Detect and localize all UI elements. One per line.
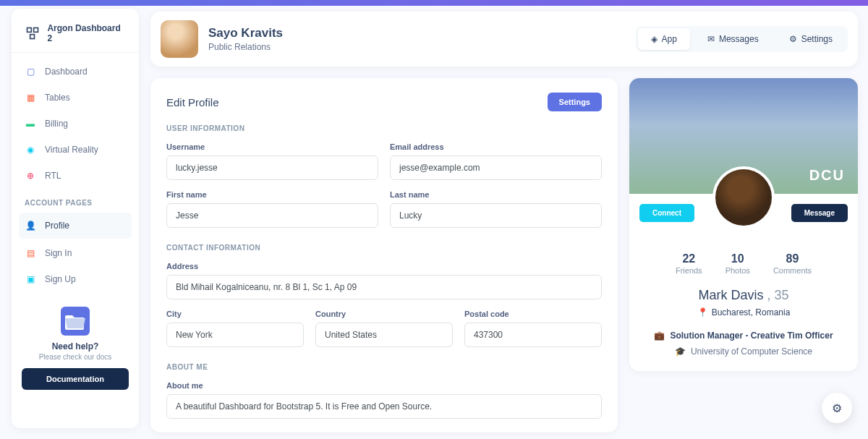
city-input[interactable] — [166, 323, 304, 347]
header-tabs: ◈ App ✉ Messages ⚙ Settings — [636, 26, 848, 52]
header-avatar — [161, 20, 198, 58]
form-settings-button[interactable]: Settings — [548, 93, 602, 111]
header-user-role: Public Relations — [208, 42, 636, 52]
box-icon: ◉ — [25, 144, 36, 155]
nav-label: Sign Up — [45, 274, 76, 284]
gear-icon: ⚙ — [832, 401, 842, 415]
section-about-me: ABOUT ME — [166, 363, 602, 371]
stat-num: 22 — [676, 252, 702, 265]
stat-label: Photos — [726, 266, 750, 275]
edit-profile-form: Edit Profile Settings USER INFORMATION U… — [150, 78, 618, 432]
sidebar-item-signin[interactable]: ▤ Sign In — [12, 240, 139, 266]
credit-card-icon: ▬ — [25, 118, 36, 129]
email-input[interactable] — [390, 155, 602, 180]
header-info: Sayo Kravits Public Relations — [208, 26, 636, 52]
tab-label: Messages — [719, 34, 759, 44]
username-label: Username — [166, 142, 378, 151]
nav-label: Billing — [45, 119, 68, 129]
tab-label: App — [662, 34, 677, 44]
header-user-name: Sayo Kravits — [208, 26, 636, 41]
firstname-input[interactable] — [166, 203, 378, 228]
user-icon: 👤 — [25, 220, 36, 231]
folder-icon — [61, 307, 90, 336]
sidebar-item-signup[interactable]: ▣ Sign Up — [12, 266, 139, 292]
about-input[interactable] — [166, 394, 602, 419]
svg-rect-0 — [27, 28, 31, 33]
brand-name: Argon Dashboard 2 — [47, 23, 126, 43]
lastname-label: Last name — [390, 190, 602, 199]
brand-icon — [25, 25, 40, 41]
gear-icon: ⚙ — [789, 34, 797, 44]
postal-label: Postal code — [464, 310, 602, 318]
profile-age: , 35 — [767, 288, 789, 302]
settings-fab[interactable]: ⚙ — [822, 393, 852, 423]
help-box: Need help? Please check our docs Documen… — [22, 307, 129, 390]
profile-avatar — [712, 166, 775, 229]
profile-stats: 22 Friends 10 Photos 89 Comments — [629, 252, 858, 275]
nav-label: RTL — [45, 171, 61, 181]
calendar-icon: ▦ — [25, 92, 36, 103]
sidebar-item-vr[interactable]: ◉ Virtual Reality — [12, 137, 139, 163]
city-label: City — [166, 310, 304, 318]
document-icon: ▤ — [25, 247, 36, 259]
stat-friends: 22 Friends — [676, 252, 702, 275]
country-input[interactable] — [315, 323, 453, 347]
sidebar-item-tables[interactable]: ▦ Tables — [12, 85, 139, 111]
help-title: Need help? — [22, 341, 129, 351]
lastname-input[interactable] — [390, 203, 602, 228]
documentation-button[interactable]: Documentation — [22, 368, 129, 390]
cube-icon: ◈ — [651, 34, 658, 44]
brand[interactable]: Argon Dashboard 2 — [12, 19, 139, 53]
tv-icon: ▢ — [25, 66, 36, 77]
tab-settings[interactable]: ⚙ Settings — [776, 28, 846, 50]
stat-label: Friends — [676, 266, 702, 275]
sidebar-item-rtl[interactable]: ⊕ RTL — [12, 163, 139, 189]
sidebar: Argon Dashboard 2 ▢ Dashboard ▦ Tables ▬… — [12, 9, 139, 428]
section-contact-info: CONTACT INFORMATION — [166, 244, 602, 252]
nav-label: Tables — [45, 93, 70, 103]
nav-label: Profile — [45, 221, 69, 231]
stat-label: Comments — [773, 266, 812, 275]
stat-num: 10 — [726, 252, 750, 265]
top-gradient-bar — [0, 0, 868, 6]
tab-app[interactable]: ◈ App — [638, 28, 690, 50]
nav-label: Sign In — [45, 248, 72, 258]
firstname-label: First name — [166, 190, 378, 199]
tab-label: Settings — [801, 34, 833, 44]
stat-photos: 10 Photos — [726, 252, 750, 275]
postal-input[interactable] — [464, 323, 602, 347]
connect-button[interactable]: Connect — [639, 204, 694, 222]
email-label: Email address — [390, 142, 602, 151]
profile-job: 💼 Solution Manager - Creative Tim Office… — [639, 331, 848, 341]
profile-education: 🎓 University of Computer Science — [639, 346, 848, 357]
sidebar-item-profile[interactable]: 👤 Profile — [19, 213, 132, 239]
username-input[interactable] — [166, 155, 378, 180]
rocket-icon: ▣ — [25, 273, 36, 285]
globe-icon: ⊕ — [25, 170, 36, 182]
profile-location: 📍 Bucharest, Romania — [639, 307, 848, 317]
tab-messages[interactable]: ✉ Messages — [694, 28, 772, 50]
message-button[interactable]: Message — [791, 204, 848, 222]
svg-rect-2 — [30, 35, 34, 39]
profile-name: Mark Davis , 35 — [639, 288, 848, 303]
pin-icon: 📍 — [697, 307, 708, 317]
form-title: Edit Profile — [166, 96, 219, 108]
section-user-info: USER INFORMATION — [166, 124, 602, 132]
briefcase-icon: 💼 — [654, 331, 665, 341]
address-label: Address — [166, 262, 602, 270]
svg-rect-1 — [33, 28, 38, 33]
about-label: About me — [166, 381, 602, 390]
help-subtitle: Please check our docs — [22, 353, 129, 361]
nav-label: Virtual Reality — [45, 145, 98, 155]
address-input[interactable] — [166, 275, 602, 299]
stat-comments: 89 Comments — [773, 252, 812, 275]
sidebar-item-billing[interactable]: ▬ Billing — [12, 111, 139, 137]
mail-icon: ✉ — [707, 34, 715, 44]
country-label: Country — [315, 310, 453, 318]
sidebar-item-dashboard[interactable]: ▢ Dashboard — [12, 59, 139, 85]
profile-header: Sayo Kravits Public Relations ◈ App ✉ Me… — [150, 12, 858, 67]
nav-label: Dashboard — [45, 67, 88, 77]
stat-num: 89 — [773, 252, 812, 265]
profile-card: Connect Message 22 Friends 10 Photos 89 … — [629, 78, 858, 371]
nav-section-header: ACCOUNT PAGES — [12, 189, 139, 211]
